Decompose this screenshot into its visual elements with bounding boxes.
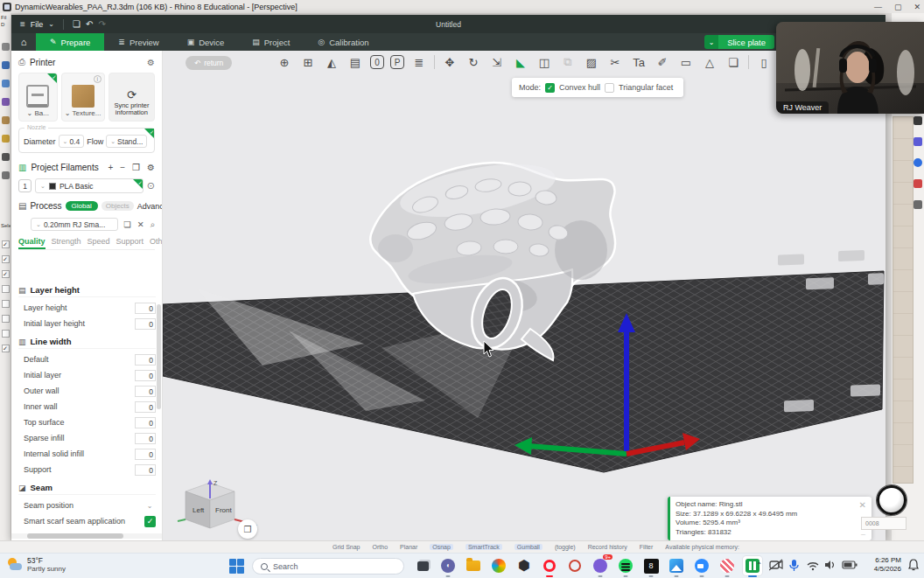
param-value-input[interactable]: 0 — [135, 354, 156, 366]
rotate-icon[interactable]: ↻ — [465, 53, 482, 71]
layer-checkbox[interactable] — [2, 285, 10, 293]
file-menu[interactable]: ≡ File ⌄ — [11, 20, 63, 29]
remove-filament-icon[interactable]: − — [120, 163, 125, 172]
status-bar-item[interactable]: (toggle) — [555, 544, 576, 550]
close-icon[interactable]: ✕ — [859, 500, 866, 510]
param-value-input[interactable]: 0 — [135, 464, 156, 476]
tab-device[interactable]: ▣ Device — [173, 33, 239, 51]
text-icon[interactable]: Ta — [630, 53, 648, 71]
scarf-seam-checkbox[interactable]: ✓ — [144, 516, 156, 527]
scope-objects-pill[interactable]: Objects — [102, 201, 134, 211]
rhino-close-button[interactable]: ✕ — [914, 3, 920, 11]
undo-icon[interactable]: ↶ — [86, 20, 93, 29]
scope-global-pill[interactable]: Global — [66, 201, 98, 211]
zoom-to-fit-button[interactable]: ❐ — [238, 519, 257, 539]
label-0-icon[interactable]: 0 — [370, 55, 384, 69]
flow-select[interactable]: ⌄Stand... — [106, 135, 147, 148]
param-value-input[interactable]: 0 — [135, 370, 156, 381]
layer-checkbox-checked[interactable]: ✓ — [2, 240, 10, 248]
move-icon[interactable]: ✥ — [441, 53, 458, 71]
process-preset-select[interactable]: ⌄0.20mm RJ Sma... — [31, 218, 118, 231]
redo-icon[interactable]: ↷ — [98, 20, 105, 29]
tab-prepare[interactable]: ✎ Prepare — [36, 33, 104, 51]
hexagon-app-icon[interactable]: ⬢ — [514, 556, 534, 575]
rhino-tool-icon[interactable] — [2, 98, 10, 106]
layer-checkbox[interactable] — [2, 330, 10, 338]
build-plate-scene[interactable] — [163, 51, 886, 540]
param-value-input[interactable]: 0 — [135, 417, 156, 428]
panel-tab-icon[interactable] — [914, 179, 922, 188]
layer-checkbox[interactable] — [2, 300, 10, 308]
status-bar-item[interactable]: Planar — [400, 544, 417, 550]
status-bar-item[interactable]: Osnap — [430, 544, 453, 550]
status-bar-item[interactable]: Filter — [640, 544, 654, 550]
sidebar-horizontal-scrollbar[interactable] — [11, 533, 163, 539]
opera-browser-icon[interactable] — [540, 556, 559, 575]
separator[interactable] — [434, 55, 435, 69]
paint-icon[interactable]: ✐ — [654, 53, 671, 71]
slice-options-chevron[interactable]: ⌄ — [704, 35, 718, 49]
printer-name-dropdown[interactable]: ⌄ Ba... — [27, 109, 49, 117]
status-bar-item[interactable]: Gumball — [514, 544, 542, 550]
list-icon[interactable]: ≣ — [410, 53, 428, 71]
lay-on-face-icon[interactable]: ◣ — [512, 53, 529, 71]
sync-printer-button[interactable]: ⟳ Sync printer information — [108, 73, 155, 122]
tab-preview[interactable]: ≣ Preview — [104, 33, 172, 51]
label-p-icon[interactable]: P — [390, 55, 404, 69]
param-value-input[interactable]: 0 — [135, 303, 156, 314]
search-preset-icon[interactable]: ⌕ — [150, 219, 155, 230]
clone-icon[interactable]: ⧉ — [559, 53, 577, 71]
printer-select-card[interactable]: ✓ ⌄ Ba... — [18, 73, 58, 122]
auto-orient-icon[interactable]: ◭ — [323, 53, 340, 71]
rhino-tool-icon[interactable] — [2, 61, 10, 69]
clear-preset-icon[interactable]: ✕ — [137, 219, 144, 230]
process-tab-speed[interactable]: Speed — [88, 237, 110, 247]
rhino-panel-tab-icons[interactable] — [912, 116, 923, 209]
rhino-trackball-widget[interactable] — [877, 485, 906, 515]
seam-position-dropdown[interactable]: ⌄ — [144, 502, 156, 510]
filament-select[interactable]: ⌄ PLA Basic ✓ — [35, 178, 144, 193]
rhino-minimize-button[interactable]: — — [874, 3, 882, 11]
rhino-maximize-button[interactable]: ▢ — [894, 3, 902, 11]
opera-alt-icon[interactable] — [565, 556, 584, 575]
rhino-toolbar-icons[interactable] — [0, 43, 10, 179]
printer-settings-gear-icon[interactable]: ⚙ — [147, 58, 155, 67]
bell-icon[interactable] — [914, 158, 922, 167]
layer-checkbox-checked[interactable]: ✓ — [2, 270, 10, 278]
taskbar-clock[interactable]: 6:26 PM 4/5/2026 — [874, 556, 901, 574]
info-icon[interactable]: i — [94, 75, 102, 83]
rhino-tool-icon[interactable] — [2, 135, 10, 143]
minimize-dash-icon[interactable]: – — [861, 530, 865, 539]
process-tab-other[interactable]: Othe... — [150, 237, 163, 247]
arrange-icon[interactable]: ▤ — [346, 53, 364, 71]
rhino-tool-icon[interactable] — [2, 116, 10, 124]
rhino-tool-icon[interactable] — [2, 80, 10, 87]
seam-paint-icon[interactable]: ❏ — [724, 53, 742, 71]
support-paint-icon[interactable]: △ — [701, 53, 718, 71]
fill-icon[interactable]: ▨ — [583, 53, 600, 71]
process-tab-quality[interactable]: Quality — [18, 237, 46, 249]
rhino-layer-checkboxes[interactable]: ✓ ✓ ✓ ✓ — [0, 240, 10, 352]
zoom-app-icon[interactable] — [692, 556, 711, 575]
process-tab-support[interactable]: Support — [116, 237, 144, 247]
status-bar-item[interactable]: SmartTrack — [466, 544, 502, 550]
plate-select-card[interactable]: i ⌄ Texture... — [61, 73, 105, 122]
teams-app-icon[interactable]: ◖ — [438, 556, 458, 575]
filament-settings-gear-icon[interactable]: ⚙ — [147, 163, 155, 172]
measure-icon[interactable]: ▭ — [677, 53, 695, 71]
sidebar-vertical-scrollbar[interactable] — [157, 304, 161, 409]
panel-tab-icon[interactable] — [914, 137, 922, 146]
tray-icons[interactable] — [769, 558, 867, 572]
chat-app-icon[interactable]: 9+ — [591, 556, 610, 575]
param-value-input[interactable]: 0 — [135, 433, 156, 444]
task-view-button[interactable] — [413, 556, 432, 575]
start-button[interactable] — [229, 559, 244, 574]
status-bar-item[interactable]: Available physical memory: — [665, 544, 739, 550]
param-value-input[interactable]: 0 — [135, 318, 156, 330]
process-tab-strength[interactable]: Strength — [52, 237, 81, 247]
camera-icon[interactable] — [914, 200, 922, 209]
notifications-bell-icon[interactable] — [908, 559, 919, 571]
layer-checkbox-checked[interactable]: ✓ — [2, 255, 10, 263]
cut-icon[interactable]: ✂ — [606, 53, 624, 71]
save-preset-icon[interactable]: ❏ — [123, 219, 131, 230]
